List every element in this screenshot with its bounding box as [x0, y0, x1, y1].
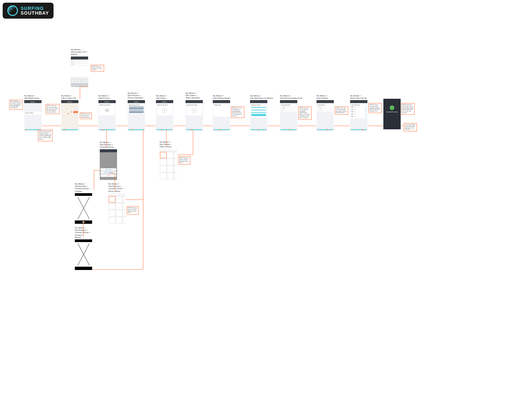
save-button[interactable]: Save [251, 114, 266, 116]
avatar [351, 109, 353, 110]
photo-cell[interactable] [116, 217, 122, 223]
friend-row[interactable]: Friend 4 [351, 113, 366, 115]
slider[interactable] [251, 110, 266, 110]
video-cell[interactable] [167, 159, 174, 165]
video-cell[interactable] [174, 152, 177, 159]
connector [79, 126, 98, 126]
checkbox[interactable] [365, 111, 366, 112]
screen-location-search: My Waves > Add Location Pin > Search Res… [71, 49, 88, 87]
label: My Waves > Add Wave Name [24, 95, 42, 99]
slider[interactable] [251, 112, 266, 113]
video-cell[interactable] [160, 173, 167, 179]
photo-cell[interactable] [123, 217, 126, 223]
video-thumbnail[interactable] [187, 106, 201, 115]
photo-cell[interactable] [109, 203, 115, 210]
friend-row[interactable]: Friend 3 [351, 111, 366, 113]
avatar [351, 113, 353, 115]
card-title: Upload Location Photos [100, 104, 114, 106]
video-cell[interactable] [174, 173, 177, 179]
photo-cell[interactable] [123, 210, 126, 216]
connector [109, 173, 115, 173]
connector [42, 126, 61, 126]
checkbox[interactable] [365, 109, 366, 110]
slider[interactable] [251, 107, 266, 108]
connector [115, 173, 115, 191]
slider-label: Tide [251, 106, 266, 107]
slider-label: Swell [251, 111, 266, 112]
name-input[interactable]: Name Your Wave [26, 112, 40, 114]
map-pin-icon[interactable] [71, 111, 72, 112]
add-hazard-button[interactable]: + Add another [318, 109, 332, 111]
avatar [351, 116, 353, 117]
photo-cell[interactable] [116, 203, 122, 210]
map-pin-icon[interactable] [68, 113, 69, 114]
video-cell[interactable] [160, 166, 167, 172]
note-10: NOTE: User can also recommend gear items… [335, 106, 348, 115]
map-tag-icon[interactable] [76, 111, 78, 113]
video-cell[interactable] [174, 159, 177, 165]
video-cell[interactable] [167, 173, 174, 179]
note-9: NOTE: User can set an optimal conditions… [298, 106, 312, 120]
friend-row[interactable]: Friend 5 [351, 115, 366, 117]
video-cell[interactable] [160, 152, 167, 159]
card-title: Ideal Spot Conditions [251, 104, 266, 106]
photo-cell[interactable] [109, 196, 115, 203]
cancel-button[interactable]: Cancel [100, 174, 116, 177]
play-icon [192, 108, 197, 113]
connector [92, 269, 143, 270]
map-view[interactable] [61, 103, 78, 129]
parking-textarea[interactable] [214, 106, 229, 116]
screen-hazards: My Waves > Add Hazards Known Hazards Haz… [317, 95, 334, 131]
label: My Waves > Add Recommended Gear [280, 95, 303, 99]
photos-button[interactable]: Choose from Photos [100, 171, 116, 174]
photo-cell[interactable] [123, 196, 126, 203]
shutter-button[interactable] [82, 221, 84, 223]
logo-icon [7, 5, 18, 16]
note-8: NOTE: User can set details on parking (s… [231, 106, 244, 118]
label: My Waves > Add Hazards [317, 95, 334, 99]
friend-row[interactable]: Friend 1 [351, 106, 366, 108]
screen-video-uploaded: My Waves > Add Videos > Video Uploaded U… [186, 92, 203, 131]
map-tag-icon[interactable] [73, 111, 75, 113]
image-placeholder-icon [105, 109, 109, 112]
connector [334, 126, 350, 126]
video-cell[interactable] [174, 166, 177, 172]
photo-cell[interactable] [116, 210, 122, 216]
label: My Waves > Share with Friends [350, 95, 367, 99]
photo-thumbnail[interactable] [129, 106, 144, 109]
logo-top: SURFING [21, 6, 49, 11]
label: My Waves > Add Location Pin > Search [71, 49, 88, 56]
upload-video-button[interactable] [157, 106, 172, 115]
photo-cell[interactable] [109, 210, 115, 216]
photo-thumbnail[interactable] [129, 110, 144, 113]
connector [166, 130, 167, 147]
photo-cell[interactable] [123, 203, 126, 210]
photo-cell[interactable] [109, 217, 115, 223]
search-result[interactable]: Result [71, 64, 88, 66]
camera-button[interactable]: Open Camera [100, 168, 116, 171]
photo-cell[interactable] [116, 196, 122, 203]
connector [145, 126, 156, 126]
screen-add-videos: My Waves > Add Videos My Waves Upload Lo… [156, 95, 173, 131]
note-5: NOTE: From the map tags can also be plac… [80, 112, 92, 119]
checkbox[interactable] [365, 114, 366, 115]
connector [174, 126, 185, 126]
video-cell[interactable] [167, 152, 174, 159]
video-cell[interactable] [160, 159, 167, 165]
checkbox[interactable] [365, 116, 366, 117]
upload-picture-button[interactable] [100, 106, 114, 115]
label: My Waves > Add Videos > Video Uploaded [186, 92, 203, 99]
keyboard[interactable] [71, 77, 88, 87]
connector [94, 170, 94, 190]
label: My Waves > Add Pictures > Choose Source … [75, 227, 92, 239]
connector [83, 223, 83, 237]
slider-label: Wind [251, 109, 266, 109]
pin-icon [71, 62, 72, 63]
gear-item[interactable]: Fish [281, 109, 296, 111]
checkbox[interactable] [365, 107, 366, 108]
friend-row[interactable]: Friend 2 [351, 108, 366, 110]
screen-add-name: My Waves > Add Wave Name My Waves Name Y… [24, 95, 42, 131]
video-cell[interactable] [167, 166, 174, 172]
note-6: NOTE: Tap any photo to select. Tap done … [127, 206, 139, 214]
logo-bottom: SOUTHBAY [21, 11, 49, 15]
